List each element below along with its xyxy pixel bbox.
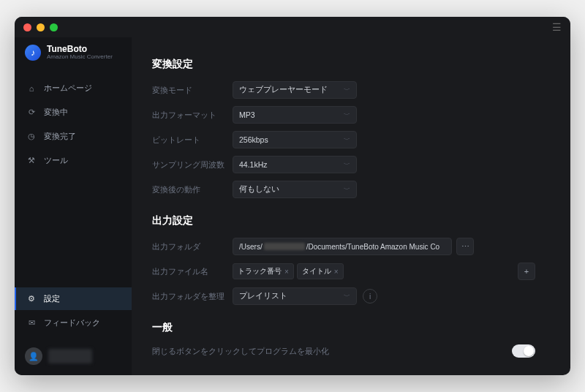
tag-title[interactable]: タイトル× [297, 263, 344, 279]
row-minimize-on-close: 閉じるボタンをクリックしてプログラムを最小化 [152, 344, 550, 358]
chevron-down-icon: ﹀ [344, 110, 350, 120]
gear-icon: ⚙ [26, 294, 37, 304]
refresh-icon: ⟳ [26, 108, 37, 118]
toolbox-icon: ⚒ [26, 156, 37, 166]
label-after-action: 変換後の動作 [152, 184, 233, 195]
select-after-action[interactable]: 何もしない ﹀ [233, 181, 357, 198]
chevron-down-icon: ﹀ [344, 86, 350, 95]
row-convert-mode: 変換モード ウェブプレーヤーモード ﹀ [152, 81, 550, 99]
section-title-general: 一般 [152, 321, 550, 334]
select-value: MP3 [239, 110, 255, 119]
remove-tag-icon[interactable]: × [284, 268, 289, 276]
clock-icon: ◷ [26, 132, 37, 142]
nav-top: ⌂ ホームページ ⟳ 変換中 ◷ 変換完了 ⚒ ツール [15, 71, 132, 178]
row-after-action: 変換後の動作 何もしない ﹀ [152, 181, 550, 198]
avatar: 👤 [25, 347, 42, 365]
select-value: 256kbps [239, 135, 268, 144]
app-body: ♪ TuneBoto Amazon Music Converter ⌂ ホームペ… [15, 37, 570, 375]
sidebar-item-label: 変換中 [44, 107, 68, 118]
label-convert-mode: 変換モード [152, 85, 233, 96]
close-window-button[interactable] [23, 23, 31, 31]
brand: ♪ TuneBoto Amazon Music Converter [15, 40, 132, 71]
maximize-window-button[interactable] [50, 23, 58, 31]
sidebar-item-settings[interactable]: ⚙ 設定 [15, 287, 132, 310]
select-convert-mode[interactable]: ウェブプレーヤーモード ﹀ [233, 81, 357, 99]
chevron-down-icon: ﹀ [344, 160, 350, 170]
info-button[interactable]: i [363, 289, 377, 304]
label-output-filename: 出力ファイル名 [152, 266, 233, 277]
nav-bottom: ⚙ 設定 ✉ フィードバック [15, 282, 132, 340]
sidebar-item-label: 変換完了 [44, 131, 76, 142]
sidebar: ♪ TuneBoto Amazon Music Converter ⌂ ホームペ… [15, 37, 132, 375]
window-controls [23, 23, 58, 31]
filename-tags: トラック番号× タイトル× [233, 263, 344, 279]
plus-icon: + [524, 267, 529, 276]
tag-track-number[interactable]: トラック番号× [233, 263, 294, 279]
chevron-down-icon: ﹀ [344, 292, 350, 301]
menu-icon[interactable]: ☰ [552, 21, 562, 33]
chevron-down-icon: ﹀ [344, 135, 350, 145]
user-section[interactable]: 👤 [15, 340, 132, 375]
home-icon: ⌂ [26, 83, 37, 94]
select-samplerate[interactable]: 44.1kHz ﹀ [233, 156, 357, 173]
label-organize-folder: 出力フォルダを整理 [152, 291, 233, 302]
row-samplerate: サンプリング周波数 44.1kHz ﹀ [152, 156, 550, 173]
browse-folder-button[interactable]: ⋯ [456, 238, 474, 255]
sidebar-item-converted[interactable]: ◷ 変換完了 [15, 125, 132, 148]
toggle-minimize-on-close[interactable] [512, 344, 535, 358]
section-title-convert: 変換設定 [152, 58, 550, 71]
mail-icon: ✉ [26, 318, 37, 328]
remove-tag-icon[interactable]: × [334, 268, 339, 276]
select-organize-folder[interactable]: プレイリスト ﹀ [233, 287, 357, 305]
brand-logo-icon: ♪ [25, 45, 41, 61]
output-folder-path[interactable]: /Users//Documents/TuneBoto Amazon Music … [233, 238, 452, 255]
chevron-down-icon: ﹀ [344, 185, 350, 195]
select-value: ウェブプレーヤーモード [239, 85, 328, 95]
sidebar-item-home[interactable]: ⌂ ホームページ [15, 77, 132, 99]
label-output-folder: 出力フォルダ [152, 241, 233, 252]
sidebar-item-label: フィードバック [44, 317, 100, 328]
row-output-folder: 出力フォルダ /Users//Documents/TuneBoto Amazon… [152, 238, 550, 255]
label-minimize-on-close: 閉じるボタンをクリックしてプログラムを最小化 [152, 346, 329, 357]
select-value: 何もしない [239, 184, 279, 195]
sidebar-item-label: 設定 [44, 293, 60, 304]
ellipsis-icon: ⋯ [461, 242, 469, 252]
sidebar-item-label: ツール [44, 155, 68, 166]
info-icon: i [369, 293, 371, 301]
label-bitrate: ビットレート [152, 135, 233, 146]
label-output-format: 出力フォーマット [152, 110, 233, 121]
row-output-format: 出力フォーマット MP3 ﹀ [152, 106, 550, 124]
row-output-filename: 出力ファイル名 トラック番号× タイトル× + [152, 263, 550, 280]
user-name-redacted [48, 349, 92, 363]
row-bitrate: ビットレート 256kbps ﹀ [152, 131, 550, 148]
select-output-format[interactable]: MP3 ﹀ [233, 106, 357, 124]
minimize-window-button[interactable] [37, 23, 45, 31]
main-content: 変換設定 変換モード ウェブプレーヤーモード ﹀ 出力フォーマット MP3 ﹀ … [132, 37, 570, 375]
row-organize-folder: 出力フォルダを整理 プレイリスト ﹀ i [152, 287, 550, 305]
titlebar: ☰ [15, 17, 570, 37]
select-value: 44.1kHz [239, 160, 268, 169]
sidebar-item-converting[interactable]: ⟳ 変換中 [15, 101, 132, 124]
brand-subtitle: Amazon Music Converter [47, 54, 113, 61]
sidebar-item-label: ホームページ [44, 83, 92, 94]
select-value: プレイリスト [239, 291, 287, 301]
label-samplerate: サンプリング周波数 [152, 159, 233, 170]
add-tag-button[interactable]: + [518, 263, 535, 280]
app-window: ☰ ♪ TuneBoto Amazon Music Converter ⌂ ホー… [15, 17, 570, 375]
select-bitrate[interactable]: 256kbps ﹀ [233, 131, 357, 148]
section-title-output: 出力設定 [152, 214, 550, 227]
redacted-username [264, 243, 305, 250]
sidebar-item-feedback[interactable]: ✉ フィードバック [15, 312, 132, 334]
sidebar-item-tools[interactable]: ⚒ ツール [15, 149, 132, 172]
